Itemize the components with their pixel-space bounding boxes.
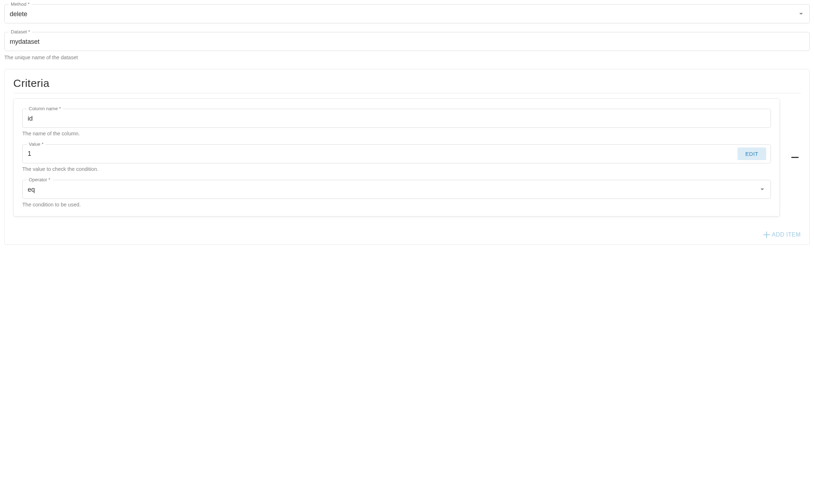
- operator-helper: The condition to be used.: [22, 202, 771, 207]
- minus-icon: [791, 157, 799, 158]
- value-field-box: EDIT: [22, 144, 771, 163]
- method-select[interactable]: delete: [4, 4, 810, 23]
- edit-button[interactable]: EDIT: [737, 148, 766, 160]
- add-item-button[interactable]: ADD ITEM: [763, 232, 801, 238]
- dataset-helper: The unique name of the dataset: [4, 55, 810, 60]
- column-input[interactable]: [22, 109, 771, 128]
- plus-icon: [763, 232, 770, 238]
- add-item-label: ADD ITEM: [772, 232, 801, 238]
- svg-rect-0: [791, 157, 799, 158]
- criteria-item-row: Column name * The name of the column. Va…: [13, 98, 801, 216]
- method-label: Method *: [9, 1, 32, 7]
- column-helper: The name of the column.: [22, 131, 771, 136]
- criteria-title: Criteria: [13, 77, 801, 93]
- operator-label: Operator *: [27, 177, 52, 182]
- column-label: Column name *: [27, 106, 63, 111]
- remove-item-button[interactable]: [789, 152, 801, 163]
- method-value: delete: [10, 10, 27, 18]
- value-label: Value *: [27, 141, 46, 147]
- value-helper: The value to check the condition.: [22, 166, 771, 172]
- dataset-input[interactable]: [4, 32, 810, 51]
- method-field-wrap: Method * delete: [4, 4, 810, 23]
- operator-value: eq: [28, 186, 35, 193]
- dataset-field-wrap: Dataset *: [4, 32, 810, 51]
- operator-select[interactable]: eq: [22, 180, 771, 199]
- dataset-label: Dataset *: [9, 29, 32, 34]
- criteria-panel: Criteria Column name * The name of the c…: [4, 69, 810, 245]
- value-field-group: Value * EDIT The value to check the cond…: [22, 144, 771, 172]
- add-item-row: ADD ITEM: [13, 232, 801, 238]
- operator-field-group: Operator * eq The condition to be used.: [22, 180, 771, 207]
- column-field-group: Column name * The name of the column.: [22, 109, 771, 136]
- criteria-card: Column name * The name of the column. Va…: [13, 98, 780, 216]
- value-input[interactable]: [28, 148, 734, 160]
